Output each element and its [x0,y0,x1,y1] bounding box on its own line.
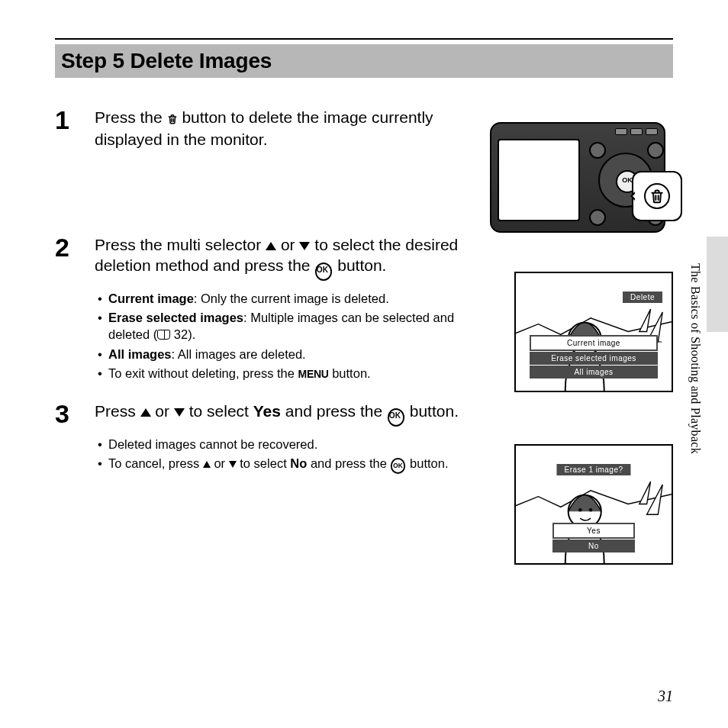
text-bold: Current image [108,292,194,305]
lcd-screen: Erase 1 image? Yes No [514,444,673,565]
text-fragment: 32). [170,327,195,341]
up-arrow-icon [266,242,276,250]
text-fragment: Press the multi selector [95,236,266,253]
list-item: To exit without deleting, press the MENU… [108,365,469,382]
step-number: 2 [55,234,79,260]
text-fragment: button. [329,366,371,380]
text-bold: Erase selected images [108,311,243,324]
list-item: Deleted images cannot be recovered. [108,436,469,453]
step-2-bullets: Current image: Only the current image is… [95,290,469,382]
thumb-tab [707,237,728,332]
lcd-options: Yes No [552,522,635,552]
step-number: 3 [55,401,79,427]
ok-button-icon: OK [391,458,405,474]
camera-top-controls [498,128,658,136]
text-fragment: button. [410,456,448,470]
step-1-text: Press the button to delete the image cur… [95,107,469,150]
step-3-illustration: Erase 1 image? Yes No [514,444,673,565]
text-fragment: Press [95,402,140,420]
lcd-options: Current image Erase selected images All … [530,334,658,378]
text-fragment: or [155,402,174,420]
text-fragment: To cancel, press [108,456,203,470]
lcd-option: All images [530,366,658,378]
ok-button-icon: OK [388,408,404,427]
lcd-option-selected: Current image [530,335,658,351]
step-1-illustration: OK [490,122,673,235]
text-fragment: button. [410,402,459,420]
text-fragment: and press the [285,402,387,420]
small-button [589,142,606,159]
header-bar: Step 5 Delete Images [55,44,673,78]
down-arrow-icon [299,242,310,250]
list-item: All images: All images are deleted. [108,346,469,362]
trash-icon [167,108,178,129]
step-3-text: Press or to select Yes and press the OK … [95,401,469,427]
text-fragment: or [281,236,300,253]
text-fragment: Press the [95,108,167,126]
text-fragment: : Only the current image is deleted. [194,292,389,305]
text-fragment: button. [337,256,386,274]
page-title: Step 5 Delete Images [61,49,667,73]
text-bold: Yes [253,402,281,420]
text-fragment: : All images are deleted. [172,347,306,361]
trash-icon [644,183,670,209]
text-fragment: or [214,456,228,470]
step-number: 1 [55,107,79,133]
list-item: Erase selected images: Multiple images c… [108,309,469,343]
lcd-option-selected: Yes [552,523,635,539]
small-button [647,142,664,159]
section-side-label: The Basics of Shooting and Playback [688,263,702,454]
list-item: To cancel, press or to select No and pre… [108,455,469,474]
lcd-title: Erase 1 image? [556,464,630,475]
step-2-text: Press the multi selector or to select th… [95,234,469,281]
up-arrow-icon [140,408,151,417]
small-button [589,209,606,226]
text-bold: All images [108,347,172,361]
up-arrow-icon [203,461,211,468]
list-item: Current image: Only the current image is… [108,290,469,307]
text-fragment: to select [189,402,253,420]
text-bold: No [290,456,307,470]
lcd-screen: Delete Current image Erase selected imag… [514,272,673,392]
svg-point-13 [589,508,593,512]
lcd-option: No [552,540,635,552]
text-fragment: and press the [311,456,391,470]
lcd-option: Erase selected images [530,352,658,365]
lcd-title: Delete [623,292,662,303]
text-fragment: to select [240,456,290,470]
camera-screen [498,139,580,221]
page-ref-icon [157,330,170,340]
page-number: 31 [658,688,673,705]
menu-button-icon: MENU [298,368,329,380]
down-arrow-icon [229,461,237,468]
step-2-illustration: Delete Current image Erase selected imag… [514,272,673,392]
text-fragment: To exit without deleting, press the [108,366,298,380]
ok-button-icon: OK [315,263,332,281]
callout-bubble [632,171,682,221]
svg-point-12 [578,508,582,512]
header-rule [55,38,673,40]
step-3-bullets: Deleted images cannot be recovered. To c… [95,436,469,474]
down-arrow-icon [174,408,185,417]
manual-page: The Basics of Shooting and Playback Step… [0,0,728,728]
